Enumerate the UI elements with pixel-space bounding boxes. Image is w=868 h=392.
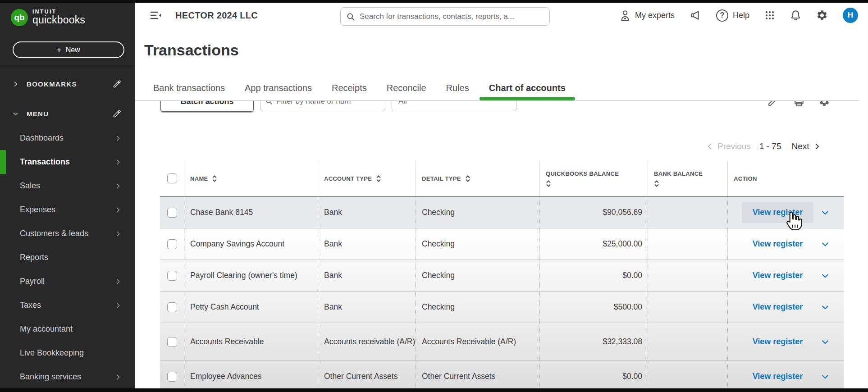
chevron-down-icon[interactable] [821,303,830,312]
table-row: Accounts Receivable Accounts receivable … [160,323,844,361]
column-header-detail-type[interactable]: DETAIL TYPE [416,161,539,196]
table-settings-icon[interactable] [818,101,830,109]
chevron-down-icon[interactable] [821,372,830,381]
announcements-button[interactable] [690,9,701,21]
sidebar-item[interactable]: Expenses [0,198,135,222]
table-row: Employee Advances Other Current Assets O… [160,361,844,389]
sidebar-item[interactable]: My accountant [0,317,135,341]
table-row: Company Savings Account Bank Checking $2… [160,228,844,260]
sidebar-section-bookmarks[interactable]: BOOKMARKS [0,71,135,96]
filter-field[interactable] [260,101,385,111]
sidebar: qb intuit quickbooks + New BOOKMARKS MEN… [0,0,135,392]
sidebar-item[interactable]: Dashboards [0,126,135,150]
header-left: HECTOR 2024 LLC [150,3,258,28]
sidebar-item[interactable]: Customers & leads [0,222,135,246]
settings-button[interactable] [816,9,828,21]
help-button[interactable]: ? Help [716,9,749,22]
row-checkbox[interactable] [167,337,177,347]
new-button[interactable]: + New [13,41,124,58]
row-checkbox[interactable] [167,372,177,382]
notifications-button[interactable] [790,9,801,21]
sidebar-section-menu[interactable]: MENU [0,101,135,126]
plus-icon: + [57,46,61,54]
chevron-right-icon [114,278,122,285]
search-icon [346,12,355,21]
column-header-bank-balance[interactable]: BANK BALANCE [648,161,727,196]
search-input[interactable] [360,12,544,21]
tab[interactable]: Chart of accounts [489,83,566,100]
view-register-button[interactable]: View register [742,233,814,254]
quickbooks-app-window: qb intuit quickbooks + New BOOKMARKS MEN… [0,0,868,392]
account-name-cell: Chase Bank 8145 [184,197,318,228]
avatar[interactable]: H [843,8,858,23]
row-checkbox[interactable] [167,302,177,312]
table-header: NAME ACCOUNT TYPE DETAIL TYPE QUICKBOOKS… [160,161,844,197]
select-all-checkbox[interactable] [167,173,177,183]
account-type-cell: Accounts receivable (A/R) [318,323,416,360]
filter-input[interactable] [276,101,380,106]
pagination-range: 1 - 75 [759,141,781,151]
chevron-down-icon[interactable] [821,271,830,280]
sidebar-item[interactable]: Transactions [0,150,135,174]
sidebar-item[interactable]: Reports [0,246,135,269]
tab[interactable]: App transactions [245,83,312,100]
table-controls: Batch actions All [135,101,861,113]
sidebar-item[interactable]: Banking services [0,365,135,389]
quickbooks-balance-cell: $500.00 [539,292,648,323]
batch-actions-button[interactable]: Batch actions [160,101,254,112]
table-row: Chase Bank 8145 Bank Checking $90,056.69… [160,197,844,228]
sidebar-item[interactable]: Payroll [0,269,135,293]
apps-button[interactable] [764,10,775,21]
view-register-button[interactable]: View register [742,296,814,317]
global-search[interactable] [340,7,550,26]
pencil-icon[interactable] [113,79,122,88]
detail-type-cell: Checking [416,197,539,228]
account-type-cell: Bank [318,292,416,323]
table-row: Petty Cash Account Bank Checking $500.00… [160,292,844,323]
collapse-menu-icon[interactable] [150,10,162,21]
view-register-button[interactable]: View register [742,366,814,387]
tab[interactable]: Receipts [332,83,367,100]
chart-of-accounts-table: NAME ACCOUNT TYPE DETAIL TYPE QUICKBOOKS… [160,161,844,389]
tab[interactable]: Bank transactions [153,83,225,100]
column-header-quickbooks-balance[interactable]: QUICKBOOKS BALANCE [539,161,648,196]
sidebar-item[interactable]: Live Bookkeeping [0,341,135,365]
chevron-down-icon[interactable] [821,208,830,217]
tab[interactable]: Reconcile [387,83,426,100]
edit-columns-icon[interactable] [767,101,779,109]
row-checkbox[interactable] [167,239,177,249]
account-type-cell: Bank [318,228,416,260]
bank-balance-cell [648,292,727,323]
type-filter-dropdown[interactable]: All [392,101,516,111]
bell-icon [790,9,801,21]
row-checkbox[interactable] [167,271,177,281]
view-register-button[interactable]: View register [742,331,814,352]
sort-icon [654,180,659,187]
quickbooks-balance-cell: $32,333.08 [539,323,648,360]
chevron-down-icon[interactable] [821,240,830,249]
column-header-name[interactable]: NAME [184,161,318,196]
detail-type-cell: Other Current Assets [416,361,539,389]
previous-page-button[interactable]: Previous [706,141,751,151]
tab[interactable]: Rules [446,83,469,100]
mouse-cursor [784,210,804,232]
quickbooks-balance-cell: $90,056.69 [539,197,648,228]
quickbooks-logo: qb intuit quickbooks [11,9,85,26]
sidebar-item[interactable]: Sales [0,174,135,198]
sidebar-item[interactable]: Taxes [0,293,135,317]
account-name-cell: Company Savings Account [184,228,318,260]
chevron-down-icon [12,110,19,117]
row-checkbox[interactable] [167,208,177,218]
my-experts-button[interactable]: My experts [620,9,675,21]
column-header-account-type[interactable]: ACCOUNT TYPE [318,161,416,196]
account-name-cell: Petty Cash Account [184,292,318,323]
view-register-button[interactable]: View register [742,265,814,286]
chevron-down-icon[interactable] [821,337,830,346]
chevron-right-icon [114,159,122,166]
next-page-button[interactable]: Next [792,141,821,151]
pencil-icon[interactable] [113,109,122,118]
print-icon[interactable] [793,101,805,109]
bank-balance-cell [648,228,727,260]
bank-balance-cell [648,197,727,228]
pagination: Previous 1 - 75 Next [706,141,821,151]
